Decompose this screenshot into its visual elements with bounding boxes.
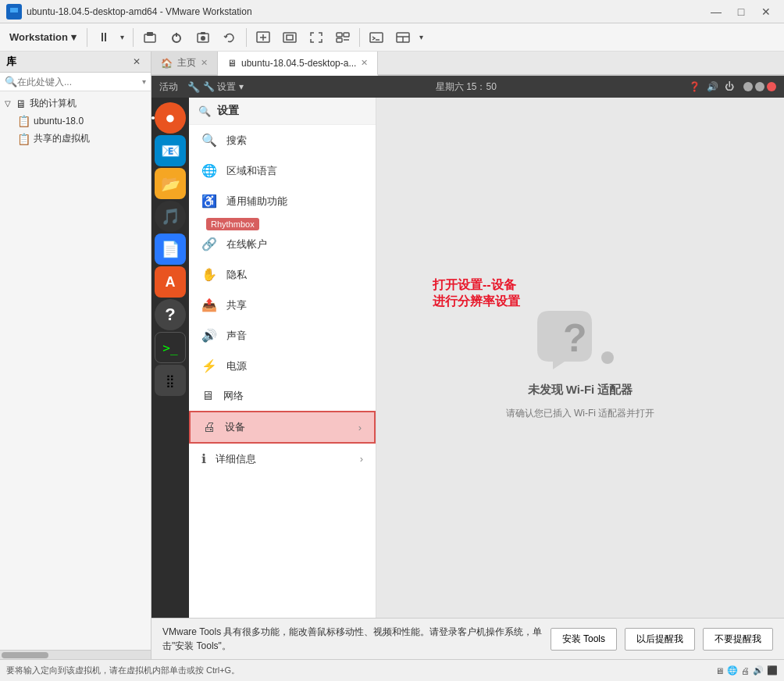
sidebar-search-dropdown-icon[interactable]: ▾: [142, 77, 146, 86]
search-icon: 🔍: [5, 76, 17, 87]
toolbar-separator-3: [246, 28, 247, 47]
maximize-button[interactable]: □: [729, 3, 753, 20]
svg-rect-15: [344, 33, 349, 37]
dock-item-terminal[interactable]: >_: [155, 332, 186, 363]
settings-item-sharing-label: 共享: [226, 298, 247, 312]
send-ctrlaltdel-button[interactable]: [137, 27, 162, 48]
sidebar-search-input[interactable]: [17, 77, 141, 87]
dock-item-software[interactable]: A: [155, 266, 186, 298]
power-button[interactable]: [164, 27, 189, 48]
wifi-question-icon: ?: [533, 295, 627, 373]
settings-item-region[interactable]: 🌐 区域和语言: [189, 155, 376, 186]
settings-item-power-label: 电源: [226, 359, 247, 373]
sidebar-tree: ▽ 🖥 我的计算机 📋 ubuntu-18.0 📋 共享的虚拟机: [0, 91, 151, 151]
dock-item-help[interactable]: ?: [155, 299, 186, 330]
view-button[interactable]: [390, 27, 415, 48]
revert-button[interactable]: [217, 27, 242, 48]
expand-icon: ▽: [5, 99, 16, 108]
shared-vm-item[interactable]: 📋 共享的虚拟机: [0, 130, 151, 148]
wifi-question-mark: ?: [533, 295, 627, 373]
status-bar: 要将输入定向到该虚拟机，请在虚拟机内部单击或按 Ctrl+G。 🖥 🌐 🖨 🔊 …: [0, 659, 784, 681]
settings-item-devices[interactable]: 🖨 设备 ›: [189, 411, 376, 444]
snapshot-button[interactable]: [191, 27, 216, 48]
fit-window-button[interactable]: [277, 27, 302, 48]
settings-item-privacy[interactable]: ✋ 隐私: [189, 259, 376, 290]
my-computer-item[interactable]: ▽ 🖥 我的计算机: [0, 94, 151, 112]
toolbar-separator-2: [133, 28, 134, 47]
settings-item-network[interactable]: 🖥 网络: [189, 381, 376, 411]
settings-item-sound[interactable]: 🔊 声音: [189, 320, 376, 351]
details-icon: ℹ: [201, 451, 206, 466]
topbar-time: 星期六 15：50: [436, 81, 497, 92]
pause-dropdown-icon[interactable]: ▾: [116, 27, 129, 48]
svg-point-7: [201, 36, 205, 41]
ubuntu-maximize-icon[interactable]: [755, 82, 764, 91]
status-device-icon: 🖨: [741, 666, 750, 676]
accessibility-icon: ♿: [201, 194, 217, 209]
window-controls: — □ ✕: [704, 3, 778, 20]
activities-label[interactable]: 活动: [159, 80, 178, 94]
install-tools-button[interactable]: 安装 Tools: [551, 628, 617, 651]
ubuntu-minimize-icon[interactable]: [743, 82, 753, 91]
power-settings-icon: ⚡: [201, 358, 217, 373]
view-dropdown-icon[interactable]: ▾: [415, 27, 428, 48]
dont-remind-button[interactable]: 不要提醒我: [703, 628, 773, 651]
settings-item-search-label: 搜索: [226, 134, 247, 148]
settings-panel: 🔍 设置 🔍 搜索 🌐 区域和语言 ♿ 通用辅助功能: [189, 98, 376, 618]
view-button-group[interactable]: ▾: [390, 27, 428, 48]
settings-item-details-label: 详细信息: [216, 452, 256, 466]
workstation-menu-button[interactable]: Workstation ▾: [3, 28, 83, 46]
tab-ubuntu[interactable]: 🖥 ubuntu-18.04.5-desktop-a... ✕: [218, 52, 378, 76]
pause-button-group[interactable]: ⏸ ▾: [91, 27, 129, 48]
svg-rect-18: [370, 33, 383, 42]
sound-icon: 🔊: [201, 328, 217, 343]
shared-icon: 📋: [17, 133, 30, 145]
workstation-dropdown-icon: ▾: [71, 31, 77, 43]
dock-item-documents[interactable]: 📄: [155, 234, 186, 265]
ubuntu-close-icon[interactable]: [767, 82, 776, 91]
wifi-status-sub-text: 请确认您已插入 Wi-Fi 适配器并打开: [506, 407, 655, 420]
vm-display[interactable]: 活动 🔧 🔧 设置 ▾ 星期六 15：50 ❓ 🔊 ⏻: [151, 76, 784, 659]
settings-item-sharing[interactable]: 📤 共享: [189, 290, 376, 320]
dock-item-appgrid[interactable]: ⣿: [155, 365, 186, 396]
unity-button[interactable]: [330, 27, 355, 48]
tab-home-close-icon[interactable]: ✕: [201, 58, 208, 68]
settings-menu-label[interactable]: 🔧 🔧 设置 ▾: [187, 80, 244, 94]
close-button[interactable]: ✕: [754, 3, 778, 20]
tab-home-label: 主页: [177, 56, 196, 70]
sidebar-scrollbar[interactable]: [0, 650, 151, 659]
dock-item-music[interactable]: 🎵: [155, 201, 186, 232]
settings-search-bar[interactable]: 🔍 设置: [189, 98, 376, 125]
toolbar-separator-4: [359, 28, 360, 47]
tab-ubuntu-label: ubuntu-18.04.5-desktop-a...: [241, 58, 356, 69]
svg-rect-3: [147, 32, 153, 36]
settings-item-power[interactable]: ⚡ 电源: [189, 351, 376, 381]
settings-item-search[interactable]: 🔍 搜索: [189, 125, 376, 155]
settings-item-region-label: 区域和语言: [226, 164, 277, 178]
tab-home[interactable]: 🏠 主页 ✕: [151, 52, 218, 74]
sidebar: 库 ✕ 🔍 ▾ ▽ 🖥 我的计算机 📋 ubuntu-18.0 📋 共享的虚拟机: [0, 52, 151, 659]
dock-item-email[interactable]: 📧: [155, 135, 186, 166]
window-title: ubuntu-18.04.5-desktop-amd64 - VMware Wo…: [27, 6, 704, 17]
fit-guest-button[interactable]: [251, 27, 276, 48]
console-button[interactable]: [364, 27, 389, 48]
ubuntu-vm-item[interactable]: 📋 ubuntu-18.0: [0, 112, 151, 130]
status-network-icon: 🌐: [727, 665, 738, 676]
settings-item-online[interactable]: 🔗 在线帐户: [189, 229, 376, 259]
settings-item-accessibility[interactable]: ♿ 通用辅助功能: [189, 186, 376, 216]
settings-item-details[interactable]: ℹ 详细信息 ›: [189, 444, 376, 474]
scroll-thumb[interactable]: [2, 652, 48, 658]
dock-item-ubuntu[interactable]: ●: [155, 102, 186, 134]
full-screen-button[interactable]: [304, 27, 329, 48]
status-bar-icons: 🖥 🌐 🖨 🔊 ⬛: [715, 665, 778, 676]
pause-button[interactable]: ⏸: [91, 27, 116, 48]
sidebar-close-button[interactable]: ✕: [129, 55, 144, 69]
tabs-bar: 🏠 主页 ✕ 🖥 ubuntu-18.04.5-desktop-a... ✕: [151, 52, 784, 76]
remind-later-button[interactable]: 以后提醒我: [625, 628, 695, 651]
dock-item-files[interactable]: 📂: [155, 168, 186, 199]
svg-rect-14: [337, 33, 342, 37]
tab-ubuntu-close-icon[interactable]: ✕: [361, 58, 368, 68]
sidebar-search-bar[interactable]: 🔍 ▾: [0, 73, 151, 91]
minimize-button[interactable]: —: [704, 3, 728, 20]
ubuntu-topbar: 活动 🔧 🔧 设置 ▾ 星期六 15：50 ❓ 🔊 ⏻: [151, 76, 784, 98]
